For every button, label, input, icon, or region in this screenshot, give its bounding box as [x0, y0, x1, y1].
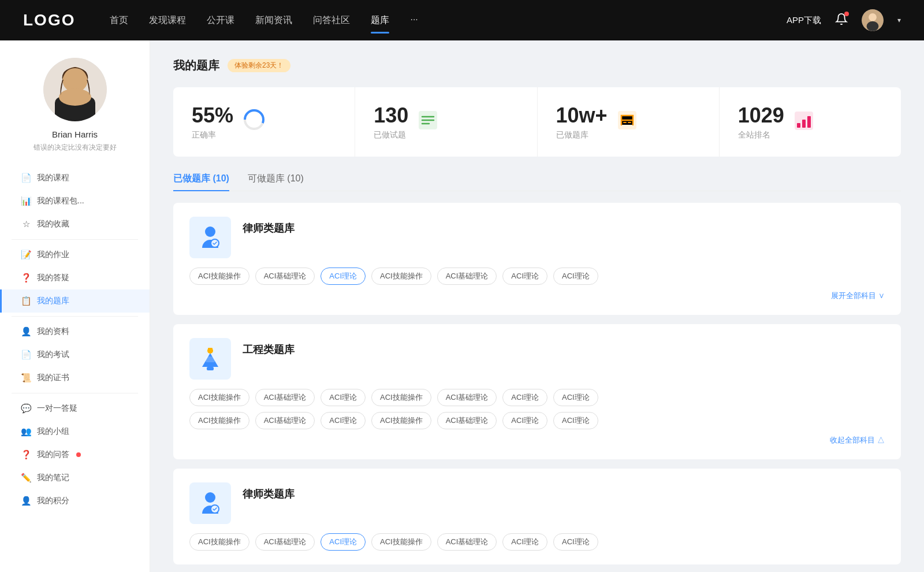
tag-l2-basic-2[interactable]: ACI基础理论: [437, 533, 497, 551]
sidebar-menu: 📄 我的课程 📊 我的课程包... ☆ 我的收藏 📝 我的作业 ❓ 我的答疑 �: [0, 166, 150, 512]
sidebar-divider-3: [12, 393, 138, 393]
tag-eng-basic-1[interactable]: ACI基础理论: [255, 389, 315, 406]
nav-more[interactable]: ···: [410, 12, 418, 29]
sidebar-item-my-course[interactable]: 📄 我的课程: [0, 166, 150, 190]
tag-l2-theory-1[interactable]: ACI理论: [321, 533, 366, 551]
sidebar-item-my-group[interactable]: 👥 我的小组: [0, 420, 150, 443]
svg-point-1: [869, 13, 877, 21]
tag-eng-theory-1[interactable]: ACI理论: [321, 389, 366, 406]
sidebar: Brian Harris 错误的决定比没有决定要好 📄 我的课程 📊 我的课程包…: [0, 40, 150, 572]
tag-eng-basic-2[interactable]: ACI基础理论: [437, 389, 497, 406]
svg-rect-13: [802, 120, 806, 128]
stat-value: 55% 正确率: [192, 103, 233, 140]
sidebar-item-label: 我的资料: [37, 326, 69, 337]
svg-rect-21: [208, 348, 213, 351]
sidebar-divider-1: [12, 239, 138, 240]
page-body: Brian Harris 错误的决定比没有决定要好 📄 我的课程 📊 我的课程包…: [0, 40, 924, 572]
expand-lawyer-button[interactable]: 展开全部科目 ∨: [831, 291, 885, 301]
qbank-tags-engineering-row1: ACI技能操作 ACI基础理论 ACI理论 ACI技能操作 ACI基础理论 AC…: [189, 389, 885, 406]
tag-aci-basic-1[interactable]: ACI基础理论: [255, 268, 315, 285]
tag-eng2-theory-1[interactable]: ACI理论: [321, 412, 366, 429]
qbank-icon: 📋: [21, 296, 31, 306]
sidebar-item-one-on-one[interactable]: 💬 一对一答疑: [0, 397, 150, 420]
tag-aci-theory-1[interactable]: ACI理论: [321, 268, 366, 285]
stats-row: 55% 正确率 130 已做试题: [173, 87, 901, 157]
user-menu-chevron[interactable]: ▾: [897, 16, 901, 24]
svg-rect-14: [807, 116, 811, 128]
qbank-card-engineering: 工程类题库 ACI技能操作 ACI基础理论 ACI理论 ACI技能操作 ACI基…: [173, 324, 901, 459]
sidebar-item-label: 我的作业: [37, 250, 69, 260]
sidebar-item-my-qa[interactable]: ❓ 我的答疑: [0, 266, 150, 289]
nav-open-course[interactable]: 公开课: [207, 12, 234, 29]
sidebar-divider-2: [12, 316, 138, 317]
qbank-icon-engineering: [189, 338, 231, 380]
nav-news[interactable]: 新闻资讯: [255, 12, 292, 29]
tag-l2-theory-3[interactable]: ACI理论: [553, 533, 598, 551]
tag-eng2-basic-1[interactable]: ACI基础理论: [255, 412, 315, 429]
qbank-title-lawyer: 律师类题库: [243, 217, 295, 235]
nav-qbank[interactable]: 题库: [371, 12, 389, 29]
svg-rect-19: [206, 356, 215, 362]
tag-eng2-basic-2[interactable]: ACI基础理论: [437, 412, 497, 429]
lawyer-title: 律师类题库: [243, 217, 295, 235]
nav-discover[interactable]: 发现课程: [149, 12, 186, 29]
logo[interactable]: LOGO: [23, 11, 75, 29]
sidebar-item-my-notes[interactable]: ✏️ 我的笔记: [0, 466, 150, 489]
svg-point-22: [205, 492, 215, 503]
qbank-card-lawyer2: 律师类题库 ACI技能操作 ACI基础理论 ACI理论 ACI技能操作 ACI基…: [173, 469, 901, 564]
qbank-tags-lawyer2: ACI技能操作 ACI基础理论 ACI理论 ACI技能操作 ACI基础理论 AC…: [189, 533, 885, 551]
sidebar-item-my-qbank[interactable]: 📋 我的题库: [0, 289, 150, 313]
tab-available-qbank[interactable]: 可做题库 (10): [248, 173, 304, 191]
sidebar-item-my-homework[interactable]: 📝 我的作业: [0, 243, 150, 266]
tag-aci-skill-2[interactable]: ACI技能操作: [371, 268, 431, 285]
sidebar-item-label: 我的课程: [37, 173, 69, 183]
sidebar-item-my-exam[interactable]: 📄 我的考试: [0, 343, 150, 366]
tag-eng2-skill-1[interactable]: ACI技能操作: [189, 412, 249, 429]
qbank-card-lawyer: 律师类题库 ACI技能操作 ACI基础理论 ACI理论 ACI技能操作 ACI基…: [173, 203, 901, 315]
stat-rank-value: 1029 全站排名: [738, 103, 784, 140]
tag-eng2-theory-2[interactable]: ACI理论: [502, 412, 547, 429]
page-header: 我的题库 体验剩余23天！: [173, 58, 901, 73]
favorites-icon: ☆: [21, 219, 31, 229]
tag-aci-theory-3[interactable]: ACI理论: [553, 268, 598, 285]
tag-eng-skill-2[interactable]: ACI技能操作: [371, 389, 431, 406]
qbank-icon-lawyer2: [189, 482, 231, 524]
tag-aci-skill-1[interactable]: ACI技能操作: [189, 268, 249, 285]
tag-eng2-skill-2[interactable]: ACI技能操作: [371, 412, 431, 429]
svg-point-6: [59, 88, 91, 106]
tag-eng-theory-3[interactable]: ACI理论: [553, 389, 598, 406]
sidebar-item-my-points[interactable]: 👤 我的积分: [0, 489, 150, 512]
nav-home[interactable]: 首页: [110, 12, 128, 29]
tag-l2-theory-2[interactable]: ACI理论: [502, 533, 547, 551]
sidebar-item-my-questions[interactable]: ❓ 我的问答: [0, 443, 150, 466]
app-download-button[interactable]: APP下载: [787, 15, 821, 26]
stat-done-qbank-value: 10w+ 已做题库: [556, 103, 608, 140]
tag-l2-skill-1[interactable]: ACI技能操作: [189, 533, 249, 551]
sidebar-item-label: 我的考试: [37, 350, 69, 360]
tag-aci-basic-2[interactable]: ACI基础理论: [437, 268, 497, 285]
tag-eng-skill-1[interactable]: ACI技能操作: [189, 389, 249, 406]
tag-eng-theory-2[interactable]: ACI理论: [502, 389, 547, 406]
tag-eng2-theory-3[interactable]: ACI理论: [553, 412, 598, 429]
nav-qa[interactable]: 问答社区: [313, 12, 350, 29]
sidebar-item-my-favorites[interactable]: ☆ 我的收藏: [0, 213, 150, 236]
questions-icon: ❓: [21, 450, 31, 460]
sidebar-item-my-profile[interactable]: 👤 我的资料: [0, 320, 150, 343]
tag-l2-skill-2[interactable]: ACI技能操作: [371, 533, 431, 551]
done-questions-label: 已做试题: [374, 130, 408, 140]
stat-done-value: 130 已做试题: [374, 103, 408, 140]
my-course-package-icon: 📊: [21, 196, 31, 206]
done-qbank-icon: [617, 110, 638, 135]
tag-aci-theory-2[interactable]: ACI理论: [502, 268, 547, 285]
tab-done-qbank[interactable]: 已做题库 (10): [173, 173, 229, 191]
navbar: LOGO 首页 发现课程 公开课 新闻资讯 问答社区 题库 ··· APP下载 …: [0, 0, 924, 40]
collapse-engineering-button[interactable]: 收起全部科目 △: [830, 435, 885, 445]
sidebar-item-my-cert[interactable]: 📜 我的证书: [0, 366, 150, 389]
sidebar-item-my-course-package[interactable]: 📊 我的课程包...: [0, 190, 150, 213]
notification-bell[interactable]: [835, 13, 848, 28]
tag-l2-basic-1[interactable]: ACI基础理论: [255, 533, 315, 551]
user-avatar[interactable]: [862, 9, 884, 31]
stat-global-rank: 1029 全站排名: [720, 87, 901, 157]
sidebar-item-label: 我的答疑: [37, 273, 69, 283]
qbank-card-header-lawyer2: 律师类题库: [189, 482, 885, 524]
